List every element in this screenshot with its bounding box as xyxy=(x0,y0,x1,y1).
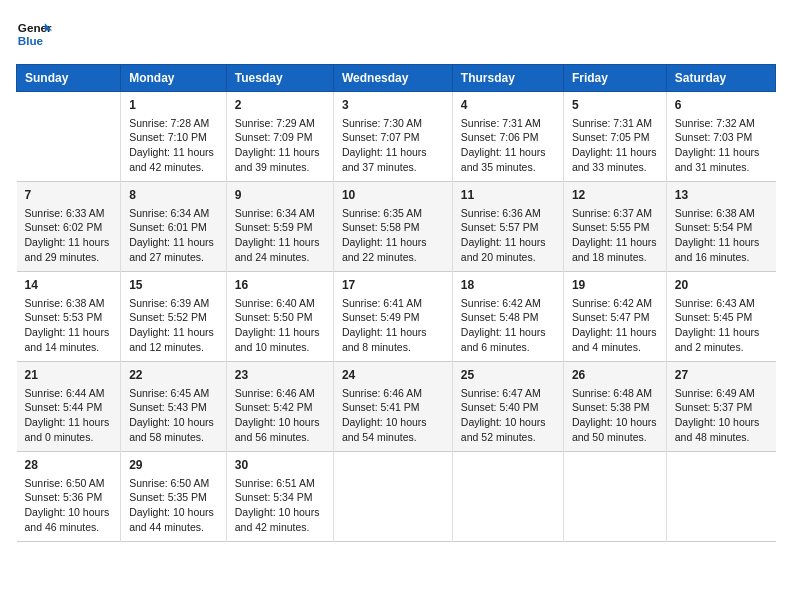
sunrise-time: Sunrise: 6:51 AM xyxy=(235,477,315,489)
day-number: 4 xyxy=(461,97,555,114)
sunrise-time: Sunrise: 6:42 AM xyxy=(572,297,652,309)
calendar-cell: 27Sunrise: 6:49 AMSunset: 5:37 PMDayligh… xyxy=(666,362,775,452)
daylight-hours: Daylight: 11 hours and 29 minutes. xyxy=(25,236,110,263)
sunrise-time: Sunrise: 7:31 AM xyxy=(461,117,541,129)
calendar-cell: 12Sunrise: 6:37 AMSunset: 5:55 PMDayligh… xyxy=(563,182,666,272)
daylight-hours: Daylight: 10 hours and 44 minutes. xyxy=(129,506,214,533)
calendar-cell xyxy=(563,452,666,542)
sunset-time: Sunset: 5:48 PM xyxy=(461,311,539,323)
daylight-hours: Daylight: 11 hours and 24 minutes. xyxy=(235,236,320,263)
calendar-cell: 13Sunrise: 6:38 AMSunset: 5:54 PMDayligh… xyxy=(666,182,775,272)
calendar-cell: 2Sunrise: 7:29 AMSunset: 7:09 PMDaylight… xyxy=(226,92,333,182)
sunset-time: Sunset: 5:38 PM xyxy=(572,401,650,413)
day-number: 25 xyxy=(461,367,555,384)
day-number: 23 xyxy=(235,367,325,384)
daylight-hours: Daylight: 11 hours and 16 minutes. xyxy=(675,236,760,263)
sunrise-time: Sunrise: 6:42 AM xyxy=(461,297,541,309)
sunset-time: Sunset: 5:50 PM xyxy=(235,311,313,323)
day-number: 28 xyxy=(25,457,113,474)
daylight-hours: Daylight: 11 hours and 37 minutes. xyxy=(342,146,427,173)
sunset-time: Sunset: 5:58 PM xyxy=(342,221,420,233)
header: General Blue xyxy=(16,16,776,52)
sunrise-time: Sunrise: 6:39 AM xyxy=(129,297,209,309)
calendar-cell: 23Sunrise: 6:46 AMSunset: 5:42 PMDayligh… xyxy=(226,362,333,452)
calendar-cell: 7Sunrise: 6:33 AMSunset: 6:02 PMDaylight… xyxy=(17,182,121,272)
day-number: 8 xyxy=(129,187,218,204)
sunset-time: Sunset: 5:36 PM xyxy=(25,491,103,503)
daylight-hours: Daylight: 11 hours and 22 minutes. xyxy=(342,236,427,263)
sunrise-time: Sunrise: 6:44 AM xyxy=(25,387,105,399)
day-number: 3 xyxy=(342,97,444,114)
sunset-time: Sunset: 5:45 PM xyxy=(675,311,753,323)
calendar-cell: 1Sunrise: 7:28 AMSunset: 7:10 PMDaylight… xyxy=(121,92,227,182)
sunset-time: Sunset: 7:03 PM xyxy=(675,131,753,143)
daylight-hours: Daylight: 11 hours and 2 minutes. xyxy=(675,326,760,353)
week-row-1: 1Sunrise: 7:28 AMSunset: 7:10 PMDaylight… xyxy=(17,92,776,182)
sunset-time: Sunset: 5:59 PM xyxy=(235,221,313,233)
sunrise-time: Sunrise: 6:41 AM xyxy=(342,297,422,309)
sunset-time: Sunset: 5:34 PM xyxy=(235,491,313,503)
daylight-hours: Daylight: 11 hours and 42 minutes. xyxy=(129,146,214,173)
day-number: 13 xyxy=(675,187,768,204)
logo-icon: General Blue xyxy=(16,16,52,52)
day-number: 21 xyxy=(25,367,113,384)
day-number: 27 xyxy=(675,367,768,384)
sunset-time: Sunset: 5:47 PM xyxy=(572,311,650,323)
calendar-cell: 15Sunrise: 6:39 AMSunset: 5:52 PMDayligh… xyxy=(121,272,227,362)
sunrise-time: Sunrise: 6:48 AM xyxy=(572,387,652,399)
sunset-time: Sunset: 7:06 PM xyxy=(461,131,539,143)
sunrise-time: Sunrise: 6:37 AM xyxy=(572,207,652,219)
day-number: 19 xyxy=(572,277,658,294)
day-number: 20 xyxy=(675,277,768,294)
day-number: 18 xyxy=(461,277,555,294)
day-number: 14 xyxy=(25,277,113,294)
sunset-time: Sunset: 5:43 PM xyxy=(129,401,207,413)
daylight-hours: Daylight: 10 hours and 58 minutes. xyxy=(129,416,214,443)
day-number: 2 xyxy=(235,97,325,114)
sunrise-time: Sunrise: 6:35 AM xyxy=(342,207,422,219)
day-number: 6 xyxy=(675,97,768,114)
sunrise-time: Sunrise: 6:47 AM xyxy=(461,387,541,399)
day-number: 11 xyxy=(461,187,555,204)
calendar-cell xyxy=(17,92,121,182)
sunset-time: Sunset: 6:02 PM xyxy=(25,221,103,233)
calendar-cell: 24Sunrise: 6:46 AMSunset: 5:41 PMDayligh… xyxy=(333,362,452,452)
calendar-cell: 10Sunrise: 6:35 AMSunset: 5:58 PMDayligh… xyxy=(333,182,452,272)
daylight-hours: Daylight: 11 hours and 35 minutes. xyxy=(461,146,546,173)
sunset-time: Sunset: 5:53 PM xyxy=(25,311,103,323)
calendar-cell: 22Sunrise: 6:45 AMSunset: 5:43 PMDayligh… xyxy=(121,362,227,452)
sunset-time: Sunset: 5:37 PM xyxy=(675,401,753,413)
daylight-hours: Daylight: 11 hours and 10 minutes. xyxy=(235,326,320,353)
week-row-2: 7Sunrise: 6:33 AMSunset: 6:02 PMDaylight… xyxy=(17,182,776,272)
daylight-hours: Daylight: 11 hours and 39 minutes. xyxy=(235,146,320,173)
sunrise-time: Sunrise: 7:29 AM xyxy=(235,117,315,129)
sunrise-time: Sunrise: 6:50 AM xyxy=(129,477,209,489)
col-header-monday: Monday xyxy=(121,65,227,92)
calendar-cell xyxy=(666,452,775,542)
daylight-hours: Daylight: 11 hours and 14 minutes. xyxy=(25,326,110,353)
calendar-cell: 28Sunrise: 6:50 AMSunset: 5:36 PMDayligh… xyxy=(17,452,121,542)
sunrise-time: Sunrise: 6:33 AM xyxy=(25,207,105,219)
col-header-thursday: Thursday xyxy=(452,65,563,92)
sunrise-time: Sunrise: 6:46 AM xyxy=(342,387,422,399)
sunset-time: Sunset: 5:42 PM xyxy=(235,401,313,413)
sunset-time: Sunset: 5:44 PM xyxy=(25,401,103,413)
sunrise-time: Sunrise: 6:40 AM xyxy=(235,297,315,309)
day-number: 24 xyxy=(342,367,444,384)
calendar-cell: 21Sunrise: 6:44 AMSunset: 5:44 PMDayligh… xyxy=(17,362,121,452)
sunrise-time: Sunrise: 7:31 AM xyxy=(572,117,652,129)
calendar-cell: 16Sunrise: 6:40 AMSunset: 5:50 PMDayligh… xyxy=(226,272,333,362)
sunrise-time: Sunrise: 6:38 AM xyxy=(25,297,105,309)
calendar-cell: 17Sunrise: 6:41 AMSunset: 5:49 PMDayligh… xyxy=(333,272,452,362)
daylight-hours: Daylight: 10 hours and 46 minutes. xyxy=(25,506,110,533)
sunrise-time: Sunrise: 6:50 AM xyxy=(25,477,105,489)
day-number: 12 xyxy=(572,187,658,204)
sunrise-time: Sunrise: 6:38 AM xyxy=(675,207,755,219)
calendar-table: SundayMondayTuesdayWednesdayThursdayFrid… xyxy=(16,64,776,542)
sunset-time: Sunset: 7:10 PM xyxy=(129,131,207,143)
day-number: 16 xyxy=(235,277,325,294)
sunrise-time: Sunrise: 6:36 AM xyxy=(461,207,541,219)
day-number: 29 xyxy=(129,457,218,474)
calendar-cell: 30Sunrise: 6:51 AMSunset: 5:34 PMDayligh… xyxy=(226,452,333,542)
calendar-cell: 3Sunrise: 7:30 AMSunset: 7:07 PMDaylight… xyxy=(333,92,452,182)
